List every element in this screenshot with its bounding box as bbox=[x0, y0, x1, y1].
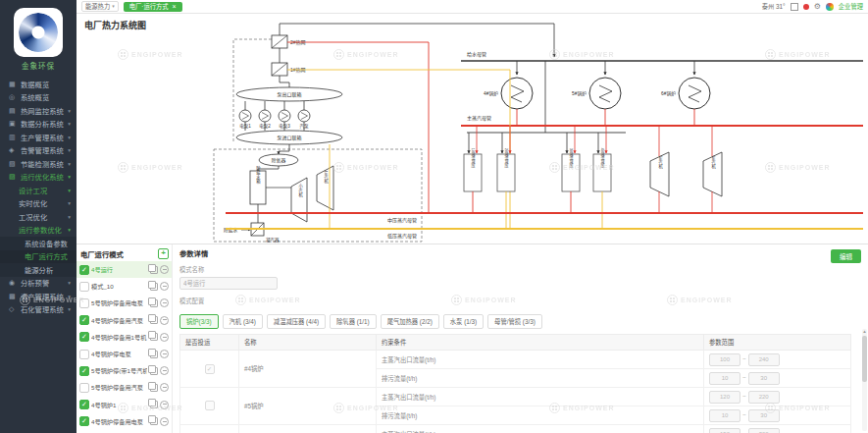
duplicate-icon[interactable] bbox=[150, 417, 158, 425]
close-icon[interactable]: × bbox=[173, 3, 177, 10]
remove-icon[interactable] bbox=[160, 383, 169, 392]
remove-icon[interactable] bbox=[160, 333, 169, 342]
equipment-tab[interactable]: 减温减压器 (4/4) bbox=[267, 314, 326, 329]
notification-badge[interactable] bbox=[803, 4, 809, 10]
equipment-tab[interactable]: 水泵 (1/3) bbox=[443, 314, 484, 329]
sidebar-item[interactable]: ◈告警管理系统▾ bbox=[0, 144, 77, 158]
range-max-input[interactable] bbox=[748, 409, 780, 422]
mode-checkbox[interactable] bbox=[79, 383, 89, 393]
sidebar-item[interactable]: ▩资产管理系统▾ bbox=[0, 290, 77, 303]
brand-name: 金象环保 bbox=[0, 60, 77, 71]
range-max-input[interactable] bbox=[748, 353, 780, 366]
mode-checkbox[interactable]: ✓ bbox=[79, 332, 89, 342]
mode-checkbox[interactable]: ✓ bbox=[79, 366, 89, 376]
range-max-input[interactable] bbox=[748, 391, 780, 404]
duplicate-icon[interactable] bbox=[150, 299, 158, 307]
mode-checkbox[interactable] bbox=[79, 282, 89, 292]
active-tab[interactable]: 电厂·运行方式 × bbox=[124, 2, 182, 12]
mode-list-item[interactable]: ✓4号运行 bbox=[77, 261, 172, 278]
sidebar-item[interactable]: 电厂运行方式 bbox=[0, 250, 77, 264]
nav-dropdown[interactable]: 能源热力 ▾ bbox=[81, 1, 119, 12]
pump1-symbol[interactable] bbox=[239, 110, 251, 122]
sidebar-item[interactable]: ◉分析预警▾ bbox=[0, 277, 77, 291]
mode-list-item[interactable]: 模式_10 bbox=[77, 278, 172, 295]
boiler4-symbol[interactable] bbox=[501, 78, 533, 109]
sidebar-item[interactable]: 系统设备参数 bbox=[0, 237, 77, 250]
sidebar-item[interactable]: ▥生产管理系统▾ bbox=[0, 131, 77, 144]
mode-checkbox[interactable]: ✓ bbox=[79, 400, 89, 409]
sidebar-item[interactable]: ▦数据概览 bbox=[0, 78, 77, 91]
sidebar-item[interactable]: 设计工况▾ bbox=[0, 184, 77, 197]
mode-list-item[interactable]: ✓4号锅炉1 bbox=[77, 397, 172, 413]
remove-icon[interactable] bbox=[160, 265, 169, 274]
range-min-input[interactable] bbox=[709, 372, 740, 385]
duplicate-icon[interactable] bbox=[150, 384, 158, 392]
remove-icon[interactable] bbox=[160, 401, 169, 409]
pump4-symbol[interactable] bbox=[298, 110, 310, 122]
add-mode-button[interactable]: + bbox=[158, 248, 169, 259]
remove-icon[interactable] bbox=[160, 282, 169, 291]
range-max-input[interactable] bbox=[748, 372, 780, 385]
duplicate-icon[interactable] bbox=[150, 401, 158, 408]
scrollbar-thumb[interactable] bbox=[862, 336, 867, 382]
in-service-checkbox[interactable]: ✓ bbox=[205, 364, 215, 374]
mode-checkbox[interactable]: ✓ bbox=[79, 416, 89, 426]
range-max-input[interactable] bbox=[748, 428, 780, 433]
mode-list-item[interactable]: ✓4号锅炉停备用电泵 bbox=[77, 413, 172, 430]
sidebar-item[interactable]: ▧节能检测系统▾ bbox=[0, 157, 77, 171]
range-min-input[interactable] bbox=[709, 391, 740, 404]
remove-icon[interactable] bbox=[160, 298, 169, 307]
duplicate-icon[interactable] bbox=[150, 351, 158, 358]
pump3-symbol[interactable] bbox=[279, 110, 290, 122]
remove-icon[interactable] bbox=[160, 350, 169, 358]
user-menu[interactable]: 企业管理 bbox=[839, 2, 863, 11]
equipment-tab[interactable]: 锅炉(3/3) bbox=[179, 314, 219, 329]
boiler5-symbol[interactable] bbox=[589, 78, 621, 109]
mode-list-item[interactable]: 4号锅炉停电泵 bbox=[77, 346, 172, 362]
sidebar-item[interactable]: ◎系统概览 bbox=[0, 91, 77, 105]
remove-icon[interactable] bbox=[160, 366, 169, 375]
mode-name-input[interactable] bbox=[179, 277, 278, 290]
mode-list-item[interactable]: 5号锅炉停备用汽泵 bbox=[77, 379, 172, 396]
avatar[interactable] bbox=[826, 3, 834, 11]
sidebar-item[interactable]: 工况优化▾ bbox=[0, 210, 77, 224]
fullscreen-icon[interactable] bbox=[791, 3, 798, 11]
sidebar-item[interactable]: ▤热网监控系统▾ bbox=[0, 104, 77, 118]
mode-checkbox[interactable] bbox=[79, 298, 89, 308]
sidebar-item[interactable]: 实时优化▾ bbox=[0, 197, 77, 211]
mode-checkbox[interactable]: ✓ bbox=[79, 315, 89, 325]
mode-list-item[interactable]: ✓4号锅炉停备用1号机 bbox=[77, 329, 172, 346]
boiler6-symbol[interactable] bbox=[679, 78, 710, 109]
mode-list-item[interactable]: ✓5号锅炉停(带1号汽机)电泵 bbox=[77, 362, 172, 379]
duplicate-icon[interactable] bbox=[150, 333, 158, 341]
scrollbar[interactable]: ▲ bbox=[862, 329, 867, 431]
remove-icon[interactable] bbox=[160, 316, 169, 325]
mode-list-item[interactable]: 5号锅炉停备用电泵 bbox=[77, 295, 172, 311]
equipment-tab[interactable]: 尾气加热器 (2/2) bbox=[381, 314, 439, 329]
sidebar-item[interactable]: ▣数据分析系统▾ bbox=[0, 118, 77, 132]
in-service-checkbox[interactable] bbox=[205, 401, 215, 410]
duplicate-icon[interactable] bbox=[150, 316, 158, 324]
mode-list-item[interactable]: ✓4号锅炉停备用汽泵 bbox=[77, 312, 172, 329]
mode-checkbox[interactable]: ✓ bbox=[79, 265, 89, 275]
gear-icon[interactable]: ⚙ bbox=[814, 3, 821, 11]
duplicate-icon[interactable] bbox=[150, 266, 158, 274]
equipment-tab[interactable]: 汽机 (3/4) bbox=[223, 314, 263, 329]
equipment-tab[interactable]: 母管/管损 (3/3) bbox=[487, 314, 542, 329]
sidebar-item[interactable]: ◇石化管理系统▾ bbox=[0, 303, 77, 317]
range-min-input[interactable] bbox=[709, 428, 740, 433]
sidebar-item[interactable]: ▨运行优化系统▾ bbox=[0, 171, 77, 185]
sidebar-item[interactable]: 能源分析 bbox=[0, 263, 77, 277]
edit-button[interactable]: 编辑 bbox=[831, 249, 861, 263]
mode-checkbox[interactable] bbox=[79, 350, 89, 359]
remove-icon[interactable] bbox=[160, 417, 169, 426]
scroll-up-icon[interactable]: ▲ bbox=[862, 329, 867, 334]
range-min-input[interactable] bbox=[709, 353, 740, 366]
pump2-symbol[interactable] bbox=[259, 110, 271, 122]
sidebar-item[interactable]: 运行参数优化▾ bbox=[0, 224, 77, 238]
duplicate-icon[interactable] bbox=[150, 367, 158, 375]
equipment-tab[interactable]: 除氧器 (1/1) bbox=[330, 314, 377, 329]
range-min-input[interactable] bbox=[709, 409, 740, 422]
duplicate-icon[interactable] bbox=[150, 283, 158, 291]
chevron-down-icon: ▾ bbox=[68, 121, 71, 127]
